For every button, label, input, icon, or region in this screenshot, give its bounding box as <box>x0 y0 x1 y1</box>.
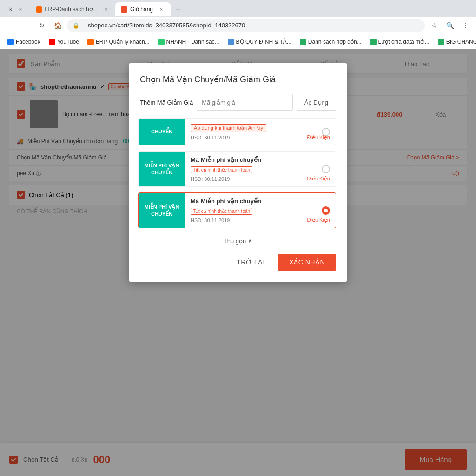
settings-icon[interactable]: ⋮ <box>459 19 472 32</box>
reload-button[interactable]: ↻ <box>35 19 48 32</box>
voucher-3-right: Mã Miễn phí vận chuyển Tất cả hình thức … <box>185 193 336 228</box>
luot-icon <box>370 39 377 45</box>
tab-3-favicon <box>121 6 127 13</box>
big-icon <box>438 39 444 45</box>
bookmark-boquy-label: BỘ QUY ĐỊNH & TÀ... <box>236 39 291 45</box>
youtube-icon <box>49 39 55 45</box>
voucher-item-2[interactable]: MIỄN PHÍ VẬN CHUYỂN Mã Miễn phí vận chuy… <box>138 151 336 187</box>
bookmark-dshop[interactable]: Danh sách hợp đồn... <box>296 37 365 47</box>
promo-label: Thêm Mã Giảm Giá <box>140 99 193 106</box>
erp-icon <box>87 39 94 45</box>
tab-3-close[interactable]: × <box>158 6 165 13</box>
bookmarks-bar: Facebook YouTube ERP-Quản lý khách... NH… <box>0 34 476 49</box>
voucher-2-right: Mã Miễn phí vận chuyển Tất cả hình thức … <box>185 152 336 186</box>
voucher-3-tag: Tất cả hình thức thanh toán <box>191 208 252 215</box>
voucher-1-highlight: Áp dụng khi thanh toán AirPay <box>191 124 266 132</box>
confirm-button[interactable]: XÁC NHẬN <box>278 254 336 271</box>
bookmark-luot[interactable]: Lượt chia data mới... <box>366 37 433 47</box>
bookmark-big[interactable]: BIG CHANGE <box>434 37 476 47</box>
lock-icon: 🔒 <box>73 22 79 29</box>
voucher-1-right: Áp dụng khi thanh toán AirPay HSD: 30.11… <box>185 119 336 145</box>
bookmark-erp[interactable]: ERP-Quản lý khách... <box>84 37 153 47</box>
bookmark-luot-label: Lượt chia data mới... <box>378 39 430 45</box>
bookmark-nhanh[interactable]: NHANH - Danh sác... <box>154 37 223 47</box>
collapse-label: Thu gọn <box>224 238 246 245</box>
voucher-list: CHUYỂN Áp dụng khi thanh toán AirPay HSD… <box>138 118 338 234</box>
tab-1[interactable]: k × <box>4 2 30 16</box>
promo-input-row: Thêm Mã Giảm Giá Áp Dụng <box>140 94 336 111</box>
back-button[interactable]: TRỞ LẠI <box>229 254 272 271</box>
tab-3[interactable]: Giỏ hàng × <box>115 2 171 16</box>
collapse-icon: ∧ <box>248 238 252 245</box>
modal-footer: TRỞ LẠI XÁC NHẬN <box>140 254 336 271</box>
nhanh-icon <box>158 39 165 45</box>
voucher-3-left: MIỄN PHÍ VẬN CHUYỂN <box>139 193 185 228</box>
bookmark-star[interactable]: ☆ <box>428 19 441 32</box>
browser-window: k × ERP-Danh sách hợp đồng × Giỏ hàng × … <box>0 0 476 476</box>
modal-overlay: Chọn Mã Vận Chuyển/Mã Giảm Giá Thêm Mã G… <box>0 49 476 476</box>
address-input[interactable] <box>82 19 419 32</box>
voucher-1-left-text: CHUYỂN <box>151 128 172 135</box>
bookmark-boquy[interactable]: BỘ QUY ĐỊNH & TÀ... <box>224 37 295 47</box>
bookmark-dshop-label: Danh sách hợp đồn... <box>308 39 362 45</box>
tab-1-close[interactable]: × <box>17 6 24 13</box>
voucher-2-left: MIỄN PHÍ VẬN CHUYỂN <box>139 152 185 186</box>
voucher-item-3[interactable]: MIỄN PHÍ VẬN CHUYỂN Mã Miễn phí vận chuy… <box>138 192 336 228</box>
voucher-3-radio[interactable] <box>322 206 330 215</box>
tab-2-label: ERP-Danh sách hợp đồng <box>45 6 98 13</box>
facebook-icon <box>7 39 14 45</box>
search-icon[interactable]: 🔍 <box>443 19 456 32</box>
tab-3-label: Giỏ hàng <box>130 6 153 13</box>
voucher-item-1[interactable]: CHUYỂN Áp dụng khi thanh toán AirPay HSD… <box>138 118 336 145</box>
voucher-1-left: CHUYỂN <box>139 119 185 145</box>
home-button[interactable]: 🏠 <box>51 19 64 32</box>
tab-bar: k × ERP-Danh sách hợp đồng × Giỏ hàng × … <box>0 0 476 17</box>
voucher-3-dieu-kien[interactable]: Điều Kiện <box>307 217 330 223</box>
voucher-2-radio[interactable] <box>322 165 330 173</box>
bookmark-youtube-label: YouTube <box>57 39 79 45</box>
dshop-icon <box>300 39 306 45</box>
voucher-3-name: Mã Miễn phí vận chuyển <box>191 198 330 205</box>
voucher-3-radio-inner <box>324 209 328 212</box>
tab-2[interactable]: ERP-Danh sách hợp đồng × <box>31 2 114 16</box>
bookmark-facebook[interactable]: Facebook <box>4 37 44 47</box>
voucher-3-left-text: MIỄN PHÍ VẬN CHUYỂN <box>142 204 181 217</box>
promo-code-input[interactable] <box>197 94 292 111</box>
voucher-modal: Chọn Mã Vận Chuyển/Mã Giảm Giá Thêm Mã G… <box>129 63 347 282</box>
new-tab-button[interactable]: + <box>172 3 185 16</box>
page-content: Sản Phẩm Đơn Giá Số Lượng Số Tiền Thao T… <box>0 49 476 476</box>
back-button[interactable]: ← <box>4 19 17 32</box>
address-bar: ← → ↻ 🏠 🔒 ☆ 🔍 ⋮ <box>0 17 476 34</box>
bookmark-big-label: BIG CHANGE <box>446 39 476 45</box>
bookmark-youtube[interactable]: YouTube <box>45 37 83 47</box>
bookmark-nhanh-label: NHANH - Danh sác... <box>166 39 219 45</box>
voucher-2-name: Mã Miễn phí vận chuyển <box>191 156 330 163</box>
tab-2-close[interactable]: × <box>103 6 109 13</box>
tab-1-label: k <box>9 6 12 13</box>
tab-2-favicon <box>36 6 42 13</box>
boquy-icon <box>228 39 234 45</box>
modal-title: Chọn Mã Vận Chuyển/Mã Giảm Giá <box>140 74 336 85</box>
apply-button[interactable]: Áp Dụng <box>297 94 336 111</box>
bookmark-erp-label: ERP-Quản lý khách... <box>96 39 150 45</box>
voucher-2-tag: Tất cả hình thức thanh toán <box>191 166 252 173</box>
voucher-2-left-text: MIỄN PHÍ VẬN CHUYỂN <box>142 162 181 176</box>
voucher-2-dieu-kien[interactable]: Điều Kiện <box>307 176 330 182</box>
forward-button[interactable]: → <box>20 19 33 32</box>
bookmark-facebook-label: Facebook <box>16 39 40 45</box>
voucher-1-radio[interactable] <box>322 128 330 136</box>
collapse-button[interactable]: Thu gọn ∧ <box>140 234 336 246</box>
